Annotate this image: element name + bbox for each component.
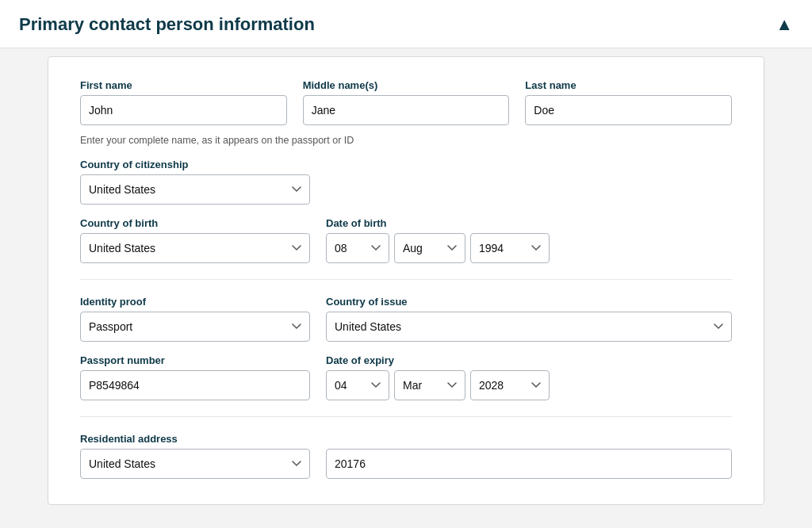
country-of-issue-group: Country of issue United States Canada Un… — [326, 296, 732, 342]
collapse-icon[interactable]: ▲ — [776, 14, 793, 35]
first-name-label: First name — [80, 79, 287, 91]
passport-number-input[interactable] — [80, 370, 310, 400]
divider-2 — [80, 416, 732, 417]
residential-country-group: Residential address United States Canada… — [80, 433, 310, 479]
last-name-label: Last name — [525, 79, 732, 91]
birth-country-select[interactable]: United States Canada United Kingdom Aust… — [80, 233, 310, 263]
dob-day-select[interactable]: 01020304 05060708 0910 — [326, 233, 389, 263]
name-helper-text: Enter your complete name, as it appears … — [80, 135, 732, 146]
section-header: Primary contact person information ▲ — [0, 0, 812, 48]
dob-group: Date of birth 01020304 05060708 0910 Jan… — [326, 217, 732, 263]
residential-country-select[interactable]: United States Canada United Kingdom Aust… — [80, 449, 310, 479]
expiry-day-select[interactable]: 01020304 0506 — [326, 370, 389, 400]
form-card: First name Middle name(s) Last name Ente… — [48, 56, 764, 505]
birth-country-group: Country of birth United States Canada Un… — [80, 217, 310, 263]
last-name-input[interactable] — [525, 95, 732, 125]
country-of-issue-select[interactable]: United States Canada United Kingdom Aust… — [326, 312, 732, 342]
last-name-group: Last name — [525, 79, 732, 125]
page-wrapper: Primary contact person information ▲ Fir… — [0, 0, 812, 528]
dob-date-group: 01020304 05060708 0910 JanFebMarApr MayJ… — [326, 233, 732, 263]
middle-name-label: Middle name(s) — [303, 79, 510, 91]
identity-row: Identity proof Passport Driver License N… — [80, 296, 732, 342]
section-title: Primary contact person information — [19, 14, 315, 35]
residential-label: Residential address — [80, 433, 310, 445]
expiry-label: Date of expiry — [326, 354, 732, 366]
dob-label: Date of birth — [326, 217, 732, 229]
identity-proof-group: Identity proof Passport Driver License N… — [80, 296, 310, 342]
citizenship-row: Country of citizenship United States Can… — [80, 159, 732, 205]
expiry-month-select[interactable]: JanFebMarApr MayJunJulAug SepOctNovDec — [394, 370, 465, 400]
first-name-input[interactable] — [80, 95, 287, 125]
identity-proof-label: Identity proof — [80, 296, 310, 308]
divider-1 — [80, 279, 732, 280]
name-row: First name Middle name(s) Last name — [80, 79, 732, 125]
residential-row: Residential address United States Canada… — [80, 433, 732, 479]
middle-name-input[interactable] — [303, 95, 510, 125]
birth-row: Country of birth United States Canada Un… — [80, 217, 732, 263]
citizenship-label: Country of citizenship — [80, 159, 310, 170]
dob-month-select[interactable]: JanFebMarApr MayJunJulAug SepOctNovDec — [394, 233, 465, 263]
expiry-year-select[interactable]: 2025202620272028 20292030 — [470, 370, 550, 400]
identity-proof-select[interactable]: Passport Driver License National ID — [80, 312, 310, 342]
passport-number-group: Passport number — [80, 354, 310, 400]
citizenship-group: Country of citizenship United States Can… — [80, 159, 310, 205]
passport-number-label: Passport number — [80, 354, 310, 366]
zip-input[interactable] — [326, 449, 732, 479]
zip-group — [326, 449, 732, 479]
country-of-issue-label: Country of issue — [326, 296, 732, 308]
dob-year-select[interactable]: 1990199119921993 199419951996 — [470, 233, 550, 263]
expiry-date-group: 01020304 0506 JanFebMarApr MayJunJulAug … — [326, 370, 732, 400]
birth-country-label: Country of birth — [80, 217, 310, 229]
middle-name-group: Middle name(s) — [303, 79, 510, 125]
expiry-group: Date of expiry 01020304 0506 JanFebMarAp… — [326, 354, 732, 400]
citizenship-select[interactable]: United States Canada United Kingdom Aust… — [80, 174, 310, 205]
passport-row: Passport number Date of expiry 01020304 … — [80, 354, 732, 400]
first-name-group: First name — [80, 79, 287, 125]
